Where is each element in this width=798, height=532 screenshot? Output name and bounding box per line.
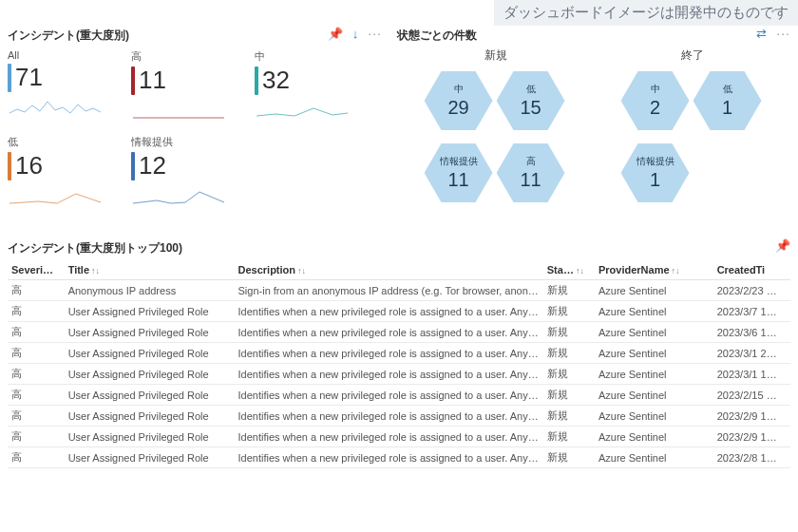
metric-value: 11 xyxy=(139,66,166,95)
table-row[interactable]: 高User Assigned Privileged RoleIdentifies… xyxy=(8,427,790,447)
hex-tile[interactable]: 中2 xyxy=(621,71,690,130)
sort-icon: ↑↓ xyxy=(576,266,584,276)
severity-metric[interactable]: 高11 xyxy=(131,48,255,133)
cell-sev: 高 xyxy=(8,364,65,385)
hex-label: 中 xyxy=(454,83,464,96)
cell-desc: Identifies when a new privileged role is… xyxy=(235,343,543,364)
status-clusters: 新規中29低15情報提供11高11終了中2低1情報提供1 xyxy=(397,48,790,221)
sparkline-icon xyxy=(131,184,226,205)
cell-created: 2023/3/7 1… xyxy=(713,301,790,322)
cell-desc: Identifies when a new privileged role is… xyxy=(235,364,543,385)
metric-label: 中 xyxy=(255,49,378,64)
hex-tile[interactable]: 低1 xyxy=(694,71,762,130)
table-row[interactable]: 高User Assigned Privileged RoleIdentifies… xyxy=(8,385,790,406)
cell-created: 2023/2/8 1… xyxy=(713,447,790,468)
status-panel-actions: ⇄ ··· xyxy=(756,26,790,41)
cell-prov: Azure Sentinel xyxy=(595,301,713,322)
cell-desc: Sign-in from an anonymous IP address (e.… xyxy=(235,280,543,301)
pin-icon[interactable]: 📌 xyxy=(775,238,790,253)
cell-created: 2023/3/1 1… xyxy=(713,364,790,385)
sort-icon: ↑↓ xyxy=(91,266,100,276)
cell-title: User Assigned Privileged Role xyxy=(65,427,235,447)
table-row[interactable]: 高User Assigned Privileged RoleIdentifies… xyxy=(8,322,790,343)
cell-status: 新規 xyxy=(543,385,595,406)
severity-metric[interactable]: 低16 xyxy=(8,133,131,218)
col-severity[interactable]: Severi…↑↓ xyxy=(8,260,65,280)
cell-desc: Identifies when a new privileged role is… xyxy=(235,301,543,322)
col-description[interactable]: Description↑↓ xyxy=(235,260,543,280)
status-cluster: 終了中2低1情報提供1 xyxy=(612,48,773,221)
metric-value: 16 xyxy=(15,151,43,180)
metric-label: 高 xyxy=(131,49,255,64)
hex-label: 低 xyxy=(723,83,732,96)
sort-icon: ↑↓ xyxy=(297,266,306,276)
severity-metric[interactable]: 中32 xyxy=(255,48,378,133)
sparkline-icon xyxy=(255,99,350,120)
severity-metric[interactable]: 情報提供12 xyxy=(131,133,255,218)
cell-created: 2023/3/6 1… xyxy=(713,322,790,343)
col-title[interactable]: Title↑↓ xyxy=(65,260,235,280)
cell-status: 新規 xyxy=(543,427,595,447)
hex-value: 1 xyxy=(650,169,660,191)
hex-tile[interactable]: 中29 xyxy=(425,71,493,130)
cluster-title: 新規 xyxy=(415,48,577,64)
cell-status: 新規 xyxy=(543,364,595,385)
hex-value: 11 xyxy=(447,169,468,191)
cell-created: 2023/3/1 2… xyxy=(713,343,790,364)
col-status[interactable]: Sta…↑↓ xyxy=(543,260,595,280)
sparkline-icon xyxy=(8,96,103,117)
hex-value: 2 xyxy=(650,97,660,119)
table-row[interactable]: 高Anonymous IP addressSign-in from an ano… xyxy=(8,280,790,301)
hex-label: 中 xyxy=(651,83,660,96)
sort-icon: ↑↓ xyxy=(672,266,680,276)
table-row[interactable]: 高User Assigned Privileged RoleIdentifies… xyxy=(8,301,790,322)
download-icon[interactable]: ↓ xyxy=(352,27,359,41)
cluster-title: 終了 xyxy=(612,48,773,64)
metric-color-bar xyxy=(131,152,135,180)
hex-tile[interactable]: 情報提供11 xyxy=(425,143,493,202)
cell-status: 新規 xyxy=(543,406,595,427)
hex-tile[interactable]: 低15 xyxy=(497,71,565,130)
cell-status: 新規 xyxy=(543,322,595,343)
hex-tile[interactable]: 高11 xyxy=(497,143,565,202)
more-icon[interactable]: ··· xyxy=(368,26,382,41)
table-row[interactable]: 高User Assigned Privileged RoleIdentifies… xyxy=(8,406,790,427)
cell-status: 新規 xyxy=(543,447,595,468)
status-panel-title: 状態ごとの件数 xyxy=(397,28,790,44)
table-row[interactable]: 高User Assigned Privileged RoleIdentifies… xyxy=(8,364,790,385)
col-created[interactable]: CreatedTi xyxy=(713,260,790,280)
hex-value: 15 xyxy=(520,97,541,119)
cell-title: User Assigned Privileged Role xyxy=(65,322,235,343)
cell-prov: Azure Sentinel xyxy=(595,385,713,406)
cell-prov: Azure Sentinel xyxy=(595,322,713,343)
severity-metrics: All71高11中32低16情報提供12 xyxy=(8,48,382,218)
cell-sev: 高 xyxy=(8,343,65,364)
metric-value: 71 xyxy=(15,63,43,92)
hex-label: 情報提供 xyxy=(636,155,674,168)
cell-sev: 高 xyxy=(8,280,65,301)
sparkline-icon xyxy=(8,184,103,205)
col-provider[interactable]: ProviderName↑↓ xyxy=(595,260,713,280)
more-icon[interactable]: ··· xyxy=(776,26,790,41)
metric-color-bar xyxy=(131,66,135,95)
incidents-table: Severi…↑↓ Title↑↓ Description↑↓ Sta…↑↓ P… xyxy=(8,260,790,468)
sort-icon: ↑↓ xyxy=(55,266,64,276)
incidents-tbody: 高Anonymous IP addressSign-in from an ano… xyxy=(8,280,790,468)
cell-prov: Azure Sentinel xyxy=(595,447,713,468)
hex-tile[interactable]: 情報提供1 xyxy=(621,143,690,202)
cell-created: 2023/2/15 … xyxy=(713,385,790,406)
cell-title: User Assigned Privileged Role xyxy=(65,343,235,364)
incidents-table-actions: 📌 xyxy=(775,238,790,253)
severity-metric[interactable]: All71 xyxy=(8,48,131,133)
pin-icon[interactable]: 📌 xyxy=(328,27,343,41)
cell-title: User Assigned Privileged Role xyxy=(65,301,235,322)
severity-panel-actions: 📌 ↓ ··· xyxy=(328,26,382,41)
table-row[interactable]: 高User Assigned Privileged RoleIdentifies… xyxy=(8,343,790,364)
metric-label: 低 xyxy=(8,135,131,149)
cell-created: 2023/2/9 1… xyxy=(713,406,790,427)
table-row[interactable]: 高User Assigned Privileged RoleIdentifies… xyxy=(8,447,790,468)
refresh-icon[interactable]: ⇄ xyxy=(756,27,767,41)
cell-desc: Identifies when a new privileged role is… xyxy=(235,427,543,447)
cell-desc: Identifies when a new privileged role is… xyxy=(235,406,543,427)
metric-label: 情報提供 xyxy=(131,135,255,149)
